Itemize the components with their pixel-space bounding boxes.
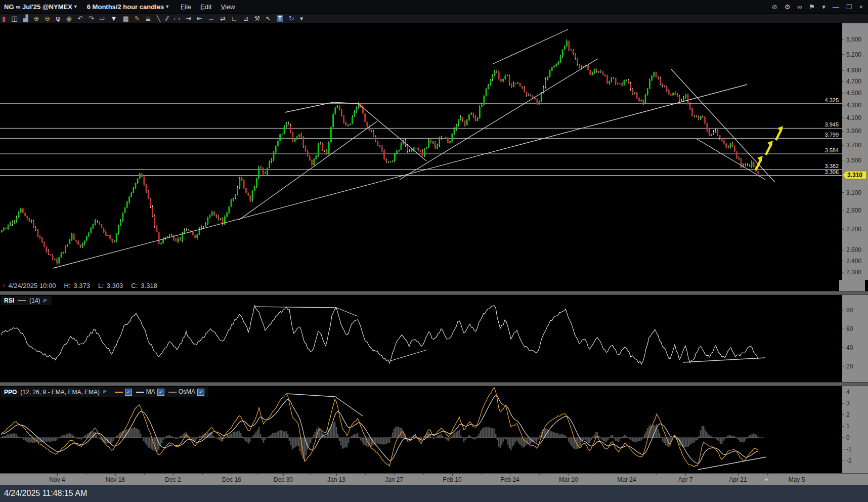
rsi-trendline[interactable] bbox=[683, 358, 765, 362]
zoom-in-icon[interactable]: ⊕ bbox=[33, 14, 39, 23]
triangle-down-icon[interactable]: ▼ bbox=[111, 14, 117, 23]
rsi-chart-svg[interactable] bbox=[0, 295, 842, 382]
chart-style-icon[interactable]: ▮ bbox=[2, 14, 6, 23]
indicator-list-icon[interactable]: ≣ bbox=[146, 14, 151, 23]
osma-bar bbox=[752, 435, 753, 438]
rsi-legend[interactable]: RSI (14) ◤ bbox=[1, 296, 52, 305]
osma-bar bbox=[166, 436, 167, 438]
timeframe-dropdown-icon[interactable]: ▼ bbox=[165, 4, 169, 9]
text-tool-icon[interactable]: T bbox=[277, 15, 283, 22]
trendline[interactable] bbox=[493, 29, 568, 64]
pan-hand-icon[interactable]: ψ bbox=[56, 14, 60, 23]
ppo-series-checkbox[interactable]: ✓ bbox=[157, 389, 164, 396]
trendline[interactable] bbox=[671, 69, 775, 182]
price-chart-svg[interactable]: 4.3253.9453.7993.5843.3823.306 bbox=[0, 23, 842, 280]
panel-divider[interactable] bbox=[0, 291, 868, 295]
hilo-bars-icon[interactable]: ◫ bbox=[11, 14, 17, 23]
symbol-dropdown-icon[interactable]: ▼ bbox=[73, 4, 78, 9]
volume-bars-icon[interactable]: ▟ bbox=[23, 14, 28, 23]
candle-body bbox=[562, 50, 563, 57]
osma-bar bbox=[392, 433, 394, 438]
compress-icon[interactable]: ⇄ bbox=[220, 14, 226, 23]
settings-gear-icon[interactable]: ⚙ bbox=[785, 3, 791, 11]
candle-body bbox=[211, 212, 213, 215]
rectangle-tool-icon[interactable]: ▭ bbox=[174, 14, 180, 23]
rsi-trendline[interactable] bbox=[390, 350, 427, 361]
forward-arrow-icon[interactable]: ⇨ bbox=[100, 14, 105, 23]
candle-body bbox=[691, 108, 693, 116]
ppo-axis-tick: -1 bbox=[846, 446, 852, 453]
candle-body bbox=[430, 140, 431, 142]
ppo-trendline[interactable] bbox=[335, 397, 363, 416]
link-icon[interactable]: ∞ bbox=[797, 3, 802, 11]
bar-info-high-label: H: bbox=[64, 282, 70, 289]
angle-tool-icon[interactable]: ∟ bbox=[231, 14, 238, 23]
angle-a-tool-icon[interactable]: ⊿ bbox=[243, 14, 249, 23]
symbol-title[interactable]: NG ∞ Jul'25 @NYMEX bbox=[4, 3, 72, 11]
rsi-axis[interactable]: 80604020 bbox=[842, 295, 868, 382]
osma-bar bbox=[365, 438, 366, 445]
ppo-series-checkbox[interactable]: ✓ bbox=[197, 389, 204, 396]
rsi-trendline[interactable] bbox=[254, 307, 336, 308]
candle-body bbox=[658, 76, 659, 78]
menu-view[interactable]: View bbox=[221, 3, 235, 11]
symbol-search-icon[interactable]: ⊘ bbox=[772, 3, 777, 11]
minimize-icon[interactable]: — bbox=[833, 3, 839, 11]
expand-left-icon[interactable]: ⇤ bbox=[197, 14, 202, 23]
cursor-icon[interactable]: ◤ bbox=[43, 298, 48, 304]
refresh-icon[interactable]: ↻ bbox=[289, 14, 294, 23]
pointer-tool-icon[interactable]: ↖ bbox=[266, 14, 271, 23]
ppo-trendline[interactable] bbox=[287, 394, 335, 397]
osma-bar bbox=[510, 438, 512, 450]
osma-bar bbox=[465, 438, 466, 440]
osma-bar bbox=[479, 434, 480, 438]
zoom-out-icon[interactable]: ⊖ bbox=[45, 14, 50, 23]
toolbar-more-icon[interactable]: ▾ bbox=[300, 14, 303, 23]
pin-caret-icon[interactable]: ▾ bbox=[822, 3, 826, 11]
cursor-icon[interactable]: ◤ bbox=[103, 389, 108, 395]
brush-icon[interactable]: ✎ bbox=[135, 14, 140, 23]
crosshair-globe-icon[interactable]: ◉ bbox=[66, 14, 72, 23]
osma-bar bbox=[255, 432, 257, 438]
candle-body bbox=[483, 96, 485, 105]
ppo-legend[interactable]: PPO (12, 26, 9 - EMA, EMA, EMA) ◤ ✓MA✓Os… bbox=[1, 387, 208, 397]
trendline[interactable] bbox=[358, 104, 426, 161]
multi-line-tool-icon[interactable]: ∕∕ bbox=[166, 14, 168, 23]
expand-right-icon[interactable]: ⇥ bbox=[186, 14, 191, 23]
menu-edit[interactable]: Edit bbox=[200, 3, 211, 11]
wrench-icon[interactable]: ⚒ bbox=[254, 14, 260, 23]
candle-body bbox=[249, 195, 251, 200]
osma-bar bbox=[249, 438, 251, 442]
ppo-series-checkbox[interactable]: ✓ bbox=[125, 389, 132, 396]
maximize-icon[interactable]: ☐ bbox=[846, 3, 852, 11]
osma-bar bbox=[638, 438, 639, 441]
panel-divider[interactable] bbox=[0, 382, 868, 386]
ppo-trendline[interactable] bbox=[698, 457, 766, 470]
timeframe-selector[interactable]: 6 Months/2 hour candles bbox=[87, 3, 164, 11]
price-axis[interactable]: 5.5005.2004.9004.7004.5004.3004.1003.900… bbox=[842, 23, 868, 280]
time-axis[interactable]: Nov 4Nov 18Dec 2Dec 16Dec 30Jan 13Jan 27… bbox=[0, 473, 868, 485]
pin-icon[interactable]: ⚑ bbox=[809, 3, 815, 11]
redo-icon[interactable]: ↷ bbox=[89, 14, 94, 23]
ppo-axis[interactable]: 43210-1-2 bbox=[842, 386, 868, 473]
candle-body bbox=[711, 134, 712, 135]
candle-body bbox=[79, 245, 81, 247]
candle-body bbox=[3, 228, 5, 230]
menu-file[interactable]: File bbox=[181, 3, 191, 11]
trendline[interactable] bbox=[53, 85, 747, 268]
ppo-chart-svg[interactable] bbox=[0, 386, 842, 473]
h-expand-icon[interactable]: ↔ bbox=[208, 14, 214, 23]
grid-alert-icon[interactable]: ▦ bbox=[122, 14, 128, 23]
osma-bar bbox=[334, 422, 336, 438]
candle-body bbox=[587, 65, 589, 70]
osma-bar bbox=[506, 438, 507, 440]
bar-info-close-icon[interactable]: × bbox=[2, 282, 5, 288]
undo-icon[interactable]: ↶ bbox=[77, 14, 83, 23]
osma-bar bbox=[131, 429, 133, 438]
osma-bar bbox=[51, 438, 52, 442]
trendline[interactable] bbox=[239, 121, 377, 220]
close-icon[interactable]: × bbox=[859, 3, 863, 11]
trendline[interactable] bbox=[697, 139, 765, 180]
trendline-tool-icon[interactable]: ╲ bbox=[157, 14, 161, 23]
rsi-trendline[interactable] bbox=[336, 308, 358, 316]
